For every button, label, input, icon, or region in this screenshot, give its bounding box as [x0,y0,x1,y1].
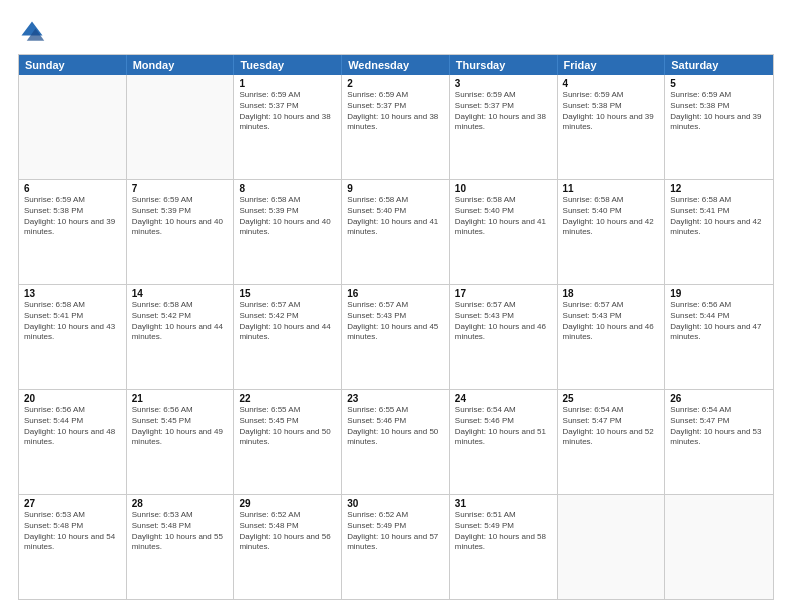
calendar-cell: 22Sunrise: 6:55 AM Sunset: 5:45 PM Dayli… [234,390,342,494]
calendar-cell: 14Sunrise: 6:58 AM Sunset: 5:42 PM Dayli… [127,285,235,389]
calendar-cell [558,495,666,599]
cell-content: Sunrise: 6:55 AM Sunset: 5:46 PM Dayligh… [347,405,444,448]
calendar-cell: 23Sunrise: 6:55 AM Sunset: 5:46 PM Dayli… [342,390,450,494]
day-number: 26 [670,393,768,404]
calendar-header: SundayMondayTuesdayWednesdayThursdayFrid… [19,55,773,75]
day-number: 13 [24,288,121,299]
calendar-cell: 26Sunrise: 6:54 AM Sunset: 5:47 PM Dayli… [665,390,773,494]
cell-content: Sunrise: 6:57 AM Sunset: 5:42 PM Dayligh… [239,300,336,343]
day-number: 20 [24,393,121,404]
calendar-cell: 7Sunrise: 6:59 AM Sunset: 5:39 PM Daylig… [127,180,235,284]
calendar-cell: 20Sunrise: 6:56 AM Sunset: 5:44 PM Dayli… [19,390,127,494]
day-number: 5 [670,78,768,89]
page: SundayMondayTuesdayWednesdayThursdayFrid… [0,0,792,612]
day-number: 31 [455,498,552,509]
logo [18,18,50,46]
cell-content: Sunrise: 6:51 AM Sunset: 5:49 PM Dayligh… [455,510,552,553]
calendar: SundayMondayTuesdayWednesdayThursdayFrid… [18,54,774,600]
day-number: 3 [455,78,552,89]
calendar-cell: 15Sunrise: 6:57 AM Sunset: 5:42 PM Dayli… [234,285,342,389]
calendar-header-cell: Monday [127,55,235,75]
cell-content: Sunrise: 6:57 AM Sunset: 5:43 PM Dayligh… [347,300,444,343]
calendar-cell: 1Sunrise: 6:59 AM Sunset: 5:37 PM Daylig… [234,75,342,179]
cell-content: Sunrise: 6:58 AM Sunset: 5:40 PM Dayligh… [563,195,660,238]
day-number: 7 [132,183,229,194]
day-number: 22 [239,393,336,404]
calendar-cell [19,75,127,179]
calendar-cell: 21Sunrise: 6:56 AM Sunset: 5:45 PM Dayli… [127,390,235,494]
calendar-header-cell: Thursday [450,55,558,75]
calendar-row: 27Sunrise: 6:53 AM Sunset: 5:48 PM Dayli… [19,494,773,599]
calendar-cell: 17Sunrise: 6:57 AM Sunset: 5:43 PM Dayli… [450,285,558,389]
cell-content: Sunrise: 6:53 AM Sunset: 5:48 PM Dayligh… [132,510,229,553]
calendar-row: 20Sunrise: 6:56 AM Sunset: 5:44 PM Dayli… [19,389,773,494]
day-number: 27 [24,498,121,509]
day-number: 10 [455,183,552,194]
cell-content: Sunrise: 6:58 AM Sunset: 5:40 PM Dayligh… [347,195,444,238]
calendar-cell: 31Sunrise: 6:51 AM Sunset: 5:49 PM Dayli… [450,495,558,599]
calendar-cell: 10Sunrise: 6:58 AM Sunset: 5:40 PM Dayli… [450,180,558,284]
cell-content: Sunrise: 6:58 AM Sunset: 5:39 PM Dayligh… [239,195,336,238]
calendar-cell: 2Sunrise: 6:59 AM Sunset: 5:37 PM Daylig… [342,75,450,179]
cell-content: Sunrise: 6:58 AM Sunset: 5:42 PM Dayligh… [132,300,229,343]
day-number: 23 [347,393,444,404]
calendar-body: 1Sunrise: 6:59 AM Sunset: 5:37 PM Daylig… [19,75,773,599]
cell-content: Sunrise: 6:54 AM Sunset: 5:47 PM Dayligh… [563,405,660,448]
header [18,18,774,46]
calendar-cell: 9Sunrise: 6:58 AM Sunset: 5:40 PM Daylig… [342,180,450,284]
calendar-cell: 11Sunrise: 6:58 AM Sunset: 5:40 PM Dayli… [558,180,666,284]
logo-icon [18,18,46,46]
calendar-header-cell: Saturday [665,55,773,75]
calendar-row: 13Sunrise: 6:58 AM Sunset: 5:41 PM Dayli… [19,284,773,389]
day-number: 25 [563,393,660,404]
cell-content: Sunrise: 6:59 AM Sunset: 5:38 PM Dayligh… [24,195,121,238]
day-number: 14 [132,288,229,299]
cell-content: Sunrise: 6:59 AM Sunset: 5:37 PM Dayligh… [347,90,444,133]
day-number: 8 [239,183,336,194]
cell-content: Sunrise: 6:52 AM Sunset: 5:48 PM Dayligh… [239,510,336,553]
calendar-cell: 27Sunrise: 6:53 AM Sunset: 5:48 PM Dayli… [19,495,127,599]
day-number: 12 [670,183,768,194]
cell-content: Sunrise: 6:58 AM Sunset: 5:40 PM Dayligh… [455,195,552,238]
calendar-cell: 29Sunrise: 6:52 AM Sunset: 5:48 PM Dayli… [234,495,342,599]
calendar-cell [127,75,235,179]
calendar-cell: 5Sunrise: 6:59 AM Sunset: 5:38 PM Daylig… [665,75,773,179]
cell-content: Sunrise: 6:55 AM Sunset: 5:45 PM Dayligh… [239,405,336,448]
calendar-cell: 4Sunrise: 6:59 AM Sunset: 5:38 PM Daylig… [558,75,666,179]
day-number: 17 [455,288,552,299]
calendar-cell: 3Sunrise: 6:59 AM Sunset: 5:37 PM Daylig… [450,75,558,179]
cell-content: Sunrise: 6:58 AM Sunset: 5:41 PM Dayligh… [24,300,121,343]
day-number: 29 [239,498,336,509]
calendar-row: 6Sunrise: 6:59 AM Sunset: 5:38 PM Daylig… [19,179,773,284]
cell-content: Sunrise: 6:59 AM Sunset: 5:37 PM Dayligh… [455,90,552,133]
calendar-cell: 8Sunrise: 6:58 AM Sunset: 5:39 PM Daylig… [234,180,342,284]
cell-content: Sunrise: 6:59 AM Sunset: 5:39 PM Dayligh… [132,195,229,238]
calendar-row: 1Sunrise: 6:59 AM Sunset: 5:37 PM Daylig… [19,75,773,179]
cell-content: Sunrise: 6:52 AM Sunset: 5:49 PM Dayligh… [347,510,444,553]
day-number: 2 [347,78,444,89]
calendar-header-cell: Friday [558,55,666,75]
cell-content: Sunrise: 6:54 AM Sunset: 5:47 PM Dayligh… [670,405,768,448]
cell-content: Sunrise: 6:56 AM Sunset: 5:44 PM Dayligh… [670,300,768,343]
calendar-cell: 24Sunrise: 6:54 AM Sunset: 5:46 PM Dayli… [450,390,558,494]
cell-content: Sunrise: 6:59 AM Sunset: 5:38 PM Dayligh… [563,90,660,133]
day-number: 15 [239,288,336,299]
calendar-cell [665,495,773,599]
cell-content: Sunrise: 6:59 AM Sunset: 5:38 PM Dayligh… [670,90,768,133]
calendar-cell: 13Sunrise: 6:58 AM Sunset: 5:41 PM Dayli… [19,285,127,389]
cell-content: Sunrise: 6:56 AM Sunset: 5:45 PM Dayligh… [132,405,229,448]
calendar-header-cell: Sunday [19,55,127,75]
day-number: 18 [563,288,660,299]
calendar-cell: 12Sunrise: 6:58 AM Sunset: 5:41 PM Dayli… [665,180,773,284]
day-number: 24 [455,393,552,404]
calendar-cell: 30Sunrise: 6:52 AM Sunset: 5:49 PM Dayli… [342,495,450,599]
cell-content: Sunrise: 6:59 AM Sunset: 5:37 PM Dayligh… [239,90,336,133]
cell-content: Sunrise: 6:58 AM Sunset: 5:41 PM Dayligh… [670,195,768,238]
cell-content: Sunrise: 6:53 AM Sunset: 5:48 PM Dayligh… [24,510,121,553]
calendar-cell: 6Sunrise: 6:59 AM Sunset: 5:38 PM Daylig… [19,180,127,284]
day-number: 9 [347,183,444,194]
day-number: 16 [347,288,444,299]
calendar-cell: 25Sunrise: 6:54 AM Sunset: 5:47 PM Dayli… [558,390,666,494]
calendar-cell: 19Sunrise: 6:56 AM Sunset: 5:44 PM Dayli… [665,285,773,389]
day-number: 30 [347,498,444,509]
